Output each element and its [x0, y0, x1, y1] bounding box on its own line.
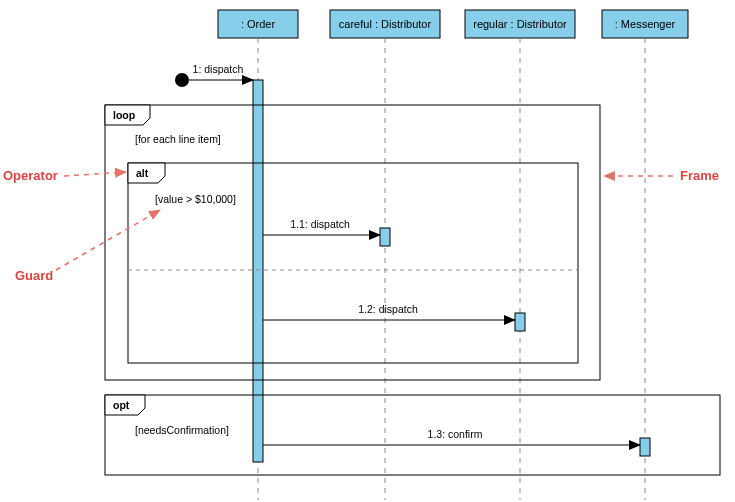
message-confirm-1-3-label: 1.3: confirm [428, 428, 483, 440]
lifeline-messenger-label: : Messenger [615, 18, 676, 30]
found-message-start [175, 73, 189, 87]
frame-alt-guard: [value > $10,000] [155, 193, 236, 205]
callout-guard-arrow [56, 210, 160, 270]
frame-opt: opt [needsConfirmation] [105, 395, 720, 475]
frame-opt-guard: [needsConfirmation] [135, 424, 229, 436]
frame-loop-operator: loop [113, 109, 135, 121]
activation-order [253, 80, 263, 462]
callout-guard-label: Guard [15, 268, 53, 283]
lifeline-messenger: : Messenger [602, 10, 688, 38]
svg-rect-4 [105, 105, 600, 380]
lifeline-regular: regular : Distributor [465, 10, 575, 38]
frame-loop-guard: [for each line item] [135, 133, 221, 145]
callout-operator-label: Operator [3, 168, 58, 183]
lifeline-careful: careful : Distributor [330, 10, 440, 38]
frame-opt-operator: opt [113, 399, 130, 411]
message-dispatch-1-1-label: 1.1: dispatch [290, 218, 350, 230]
lifeline-order-label: : Order [241, 18, 276, 30]
frame-loop: loop [for each line item] [105, 105, 600, 380]
activation-messenger [640, 438, 650, 456]
message-dispatch-1-2-label: 1.2: dispatch [358, 303, 418, 315]
activation-careful [380, 228, 390, 246]
frame-alt-operator: alt [136, 167, 149, 179]
lifeline-regular-label: regular : Distributor [473, 18, 567, 30]
activation-regular [515, 313, 525, 331]
lifeline-careful-label: careful : Distributor [339, 18, 432, 30]
message-dispatch-1-label: 1: dispatch [193, 63, 244, 75]
callout-operator-arrow [64, 172, 126, 176]
frame-alt: alt [value > $10,000] [128, 163, 578, 363]
callout-frame-label: Frame [680, 168, 719, 183]
lifeline-order: : Order [218, 10, 298, 38]
